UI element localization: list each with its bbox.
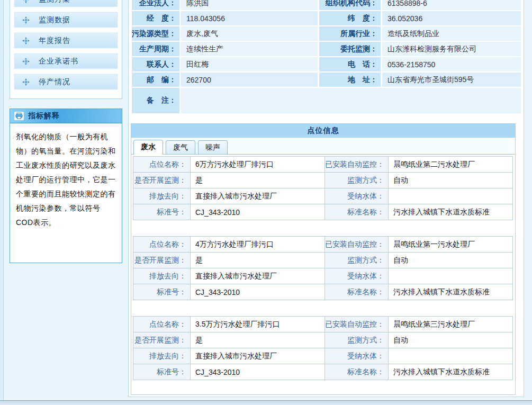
sidebar-item-monitor-plan[interactable]: 监测方案 — [14, 0, 118, 7]
field-label: 受纳水体： — [325, 188, 389, 204]
table-row: 排放去向： 直接排入城市污水处理厂 受纳水体： — [133, 188, 513, 204]
indicator-panel-text: 剂氧化的物质（一般为有机物）的氧当量。在河流污染和工业废水性质的研究以及废水处理… — [10, 123, 122, 230]
field-value: 田红梅 — [181, 57, 318, 71]
table-row: 排放去向： 直接排入城市污水处理厂 受纳水体： — [133, 348, 513, 364]
nav-diamond-icon — [22, 16, 30, 24]
field-label: 排放去向： — [133, 348, 191, 364]
field-value: 废水,废气 — [181, 26, 318, 41]
field-label: 是否开展监测： — [133, 253, 191, 268]
indicator-panel-title: 指标解释 — [28, 111, 60, 121]
field-value: 陈洪国 — [181, 0, 318, 10]
point-info-title: 点位信息 — [308, 126, 339, 136]
table-row: 生产周期： 连续性生产 委托监测： 山东潍科检测服务有限公司 — [132, 42, 521, 56]
point-info-content: 点位名称： 6万方污水处理厂排污口 已安装自动监控： 晨鸣纸业第二污水处理厂 是… — [131, 155, 515, 380]
point-block-table: 点位名称： 3.5万方污水处理厂排污口 已安装自动监控： 晨鸣纸业第三污水处理厂… — [133, 316, 513, 380]
field-label: 已安装自动监控： — [325, 237, 389, 253]
table-row: 经 度： 118.043056 纬 度： 36.052036 — [132, 11, 521, 25]
field-value: CJ_343-2010 — [191, 364, 325, 380]
point-info-header: 点位信息 — [131, 124, 515, 138]
sidebar-item-annual-report[interactable]: 年度报告 — [14, 32, 118, 49]
point-info-box: 点位信息 废水 废气 噪声 点位名称： 6万方污水处理厂排污口 已安装自动监控：… — [131, 123, 516, 395]
field-label: 是否开展监测： — [133, 332, 191, 348]
sidebar-item-commitment[interactable]: 企业承诺书 — [14, 53, 118, 69]
field-value: 4万方污水处理厂排污口 — [191, 237, 325, 253]
remark-row: 备 注： — [132, 88, 521, 113]
field-value: 3.5万方污水处理厂排污口 — [191, 317, 325, 332]
field-label: 排放去向： — [133, 188, 191, 204]
field-value: 118.043056 — [181, 11, 318, 25]
field-value: 山东潍科检测服务有限公司 — [382, 42, 521, 56]
tab-wastewater[interactable]: 废水 — [133, 140, 163, 155]
table-row: 排放去向： 直接排入城市污水处理厂 受纳水体： — [133, 268, 513, 284]
printer-icon — [14, 112, 24, 120]
enterprise-info-table: 企业法人： 陈洪国 组织机构代码： 61358898-6 经 度： 118.04… — [130, 0, 522, 114]
main-panel: 企业法人： 陈洪国 组织机构代码： 61358898-6 经 度： 118.04… — [128, 0, 524, 397]
table-row: 是否开展监测： 是 监测方式： 自动 — [133, 253, 513, 268]
table-row: 点位名称： 6万方污水处理厂排污口 已安装自动监控： 晨鸣纸业第二污水处理厂 — [133, 157, 513, 173]
sidebar-item-label: 监测方案 — [39, 0, 70, 4]
field-label: 监测方式： — [325, 173, 389, 188]
field-label: 纬 度： — [319, 11, 381, 25]
sidebar-nav: 监测方案 监测数据 年度报告 企业承诺书 停产情况 — [10, 0, 122, 99]
field-label: 已安装自动监控： — [325, 317, 389, 332]
indicator-panel-header: 指标解释 — [10, 109, 122, 123]
field-value: 污水排入城镇下水道水质标准 — [389, 204, 513, 220]
field-label: 受纳水体： — [325, 348, 389, 364]
field-value: 6万方污水处理厂排污口 — [191, 157, 325, 173]
field-label: 排放去向： — [133, 268, 191, 284]
sidebar-item-label: 监测数据 — [39, 15, 70, 25]
nav-diamond-icon — [22, 78, 30, 86]
field-label: 受纳水体： — [325, 268, 389, 284]
field-value: 是 — [191, 173, 325, 188]
field-label: 污染源类型： — [132, 26, 179, 41]
field-value: 山东省寿光市圣城街595号 — [382, 73, 521, 87]
table-row: 标准号： CJ_343-2010 标准名称： 污水排入城镇下水道水质标准 — [133, 364, 513, 380]
field-value: 36.052036 — [382, 11, 521, 25]
field-label: 经 度： — [132, 11, 179, 25]
field-value: 直接排入城市污水处理厂 — [191, 188, 325, 204]
field-label: 地 址： — [319, 73, 381, 87]
sidebar-item-shutdown-status[interactable]: 停产情况 — [14, 74, 118, 90]
field-value: 晨鸣纸业第二污水处理厂 — [389, 157, 513, 173]
nav-diamond-icon — [22, 0, 30, 4]
left-edge-strip — [0, 0, 4, 401]
field-label: 所属行业： — [319, 26, 381, 41]
field-label: 点位名称： — [133, 237, 191, 253]
field-label: 企业法人： — [132, 0, 179, 10]
table-row: 标准号： CJ_343-2010 标准名称： 污水排入城镇下水道水质标准 — [133, 284, 513, 300]
sidebar-item-monitor-data[interactable]: 监测数据 — [14, 12, 118, 28]
field-label: 标准名称： — [325, 204, 389, 220]
table-row: 是否开展监测： 是 监测方式： 自动 — [133, 332, 513, 348]
field-label: 电 话： — [319, 57, 381, 71]
point-block-table: 点位名称： 4万方污水处理厂排污口 已安装自动监控： 晨鸣纸业第一污水处理厂 是… — [133, 236, 513, 300]
indicator-panel: 指标解释 剂氧化的物质（一般为有机物）的氧当量。在河流污染和工业废水性质的研究以… — [10, 109, 122, 263]
field-value: 262700 — [181, 73, 318, 87]
field-label: 标准号： — [133, 204, 191, 220]
field-value — [389, 348, 513, 364]
page: 监测方案 监测数据 年度报告 企业承诺书 停产情况 — [0, 0, 532, 405]
field-label: 已安装自动监控： — [325, 157, 389, 173]
field-label: 邮 编： — [132, 73, 179, 87]
field-value: 自动 — [389, 253, 513, 268]
table-row: 污染源类型： 废水,废气 所属行业： 造纸及纸制品业 — [132, 26, 521, 41]
field-value: 61358898-6 — [382, 0, 521, 10]
field-value: 0536-2158750 — [382, 57, 521, 71]
field-label: 标准名称： — [325, 364, 389, 380]
field-value: CJ_343-2010 — [191, 284, 325, 300]
tab-waste-gas[interactable]: 废气 — [166, 140, 195, 154]
field-label: 委托监测： — [319, 42, 381, 56]
field-value: 是 — [191, 332, 325, 348]
field-label: 标准号： — [133, 284, 191, 300]
sidebar-item-label: 停产情况 — [39, 77, 70, 87]
field-value: CJ_343-2010 — [191, 204, 325, 220]
nav-diamond-icon — [22, 57, 30, 66]
field-value: 造纸及纸制品业 — [382, 26, 521, 41]
tab-noise[interactable]: 噪声 — [198, 140, 228, 154]
table-row: 点位名称： 3.5万方污水处理厂排污口 已安装自动监控： 晨鸣纸业第三污水处理厂 — [133, 317, 513, 332]
field-value — [389, 268, 513, 284]
field-value — [181, 88, 521, 113]
field-value: 污水排入城镇下水道水质标准 — [389, 364, 513, 380]
table-row: 企业法人： 陈洪国 组织机构代码： 61358898-6 — [132, 0, 521, 10]
table-row: 点位名称： 4万方污水处理厂排污口 已安装自动监控： 晨鸣纸业第一污水处理厂 — [133, 237, 513, 253]
field-value: 是 — [191, 253, 325, 268]
